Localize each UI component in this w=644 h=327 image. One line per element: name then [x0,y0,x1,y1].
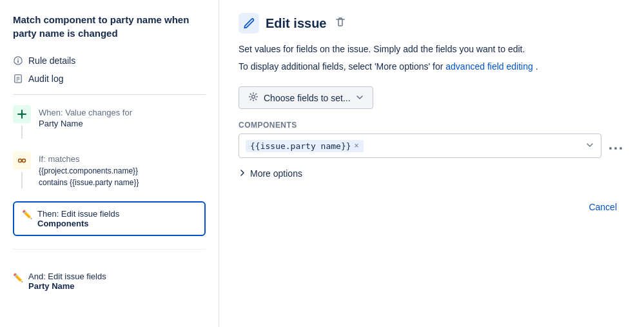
and-subtitle: Party Name [28,281,106,291]
and-content: And: Edit issue fields Party Name [28,272,106,291]
svg-point-9 [23,159,26,163]
nav-divider [13,94,206,95]
choose-fields-button[interactable]: Choose fields to set... [239,86,373,109]
svg-point-10 [252,95,255,99]
svg-rect-1 [17,60,19,63]
if-step-left [13,152,31,188]
cancel-button[interactable]: Cancel [581,198,625,216]
svg-point-7 [21,113,23,115]
if-label: If: matches [39,154,206,164]
dropdown-arrow-icon[interactable] [585,141,594,152]
if-value: {{project.components.name}}contains {{is… [39,165,206,188]
then-card-wrapper: ✏️ Then: Edit issue fields Components [13,201,206,236]
svg-rect-6 [16,81,18,81]
tag-close-button[interactable]: × [355,141,359,150]
svg-point-8 [19,159,22,163]
page-title: Edit issue [266,16,326,31]
svg-point-13 [620,147,622,150]
party-name-tag: {{issue.party name}} × [246,140,364,152]
svg-point-11 [609,147,612,150]
and-item: ✏️ And: Edit issue fields Party Name [13,265,206,291]
components-input[interactable]: {{issue.party name}} × [239,134,601,158]
when-label: When: Value changes for [39,108,206,117]
edit-header: Edit issue [239,13,625,34]
svg-rect-2 [17,59,19,60]
audit-log-icon [13,74,23,84]
svg-rect-5 [16,79,19,79]
when-step: When: Value changes for Party Name [13,105,206,139]
when-value: Party Name [39,119,206,128]
bottom-actions: Cancel [239,198,625,216]
advanced-field-editing-link[interactable]: advanced field editing [445,61,532,72]
info-icon [13,55,23,66]
trash-icon[interactable] [335,17,346,30]
nav-item-rule-details[interactable]: Rule details [13,52,206,70]
description-2-suffix: . [536,61,538,72]
when-step-left [13,105,31,139]
if-node [13,152,31,170]
tag-value: {{issue.party name}} [250,141,351,151]
edit-icon-circle [239,13,259,34]
and-title: And: Edit issue fields [28,272,106,281]
description-2: To display additional fields, select 'Mo… [239,60,625,74]
when-node [13,105,31,123]
tags-container: {{issue.party name}} × [246,140,364,152]
right-panel: Edit issue Set values for fields on the … [219,0,644,327]
svg-rect-4 [16,77,19,77]
and-item-wrapper: ✏️ And: Edit issue fields Party Name [13,249,206,291]
field-row: {{issue.party name}} × [239,134,625,158]
then-card-content: Then: Edit issue fields Components [37,209,119,228]
more-options-toggle[interactable]: More options [239,168,625,179]
then-card[interactable]: ✏️ Then: Edit issue fields Components [13,201,206,236]
if-line [21,172,23,188]
field-more-options-button[interactable] [607,137,625,155]
rule-details-label: Rule details [28,55,75,66]
and-pencil-icon: ✏️ [13,273,23,291]
if-content: If: matches {{project.components.name}}c… [39,152,206,188]
timeline: When: Value changes for Party Name If: m… [13,105,206,291]
choose-fields-label: Choose fields to set... [264,93,351,103]
gear-icon [248,92,259,104]
then-card-subtitle: Components [37,219,119,228]
when-line [21,126,23,139]
chevron-right-icon [239,169,246,179]
then-card-title: Then: Edit issue fields [37,209,119,219]
nav-item-audit-log[interactable]: Audit log [13,70,206,88]
nav-list: Rule details Audit log [13,52,206,88]
svg-point-12 [614,147,617,150]
if-step: If: matches {{project.components.name}}c… [13,152,206,188]
audit-log-label: Audit log [28,74,63,84]
description-2-prefix: To display additional fields, select 'Mo… [239,61,445,72]
description-1: Set values for fields on the issue. Simp… [239,43,625,56]
more-options-label: More options [250,168,302,179]
when-content: When: Value changes for Party Name [39,105,206,139]
components-field-label: Components [239,121,625,130]
rule-title: Match component to party name when party… [13,13,206,40]
components-field-section: Components {{issue.party name}} × [239,121,625,158]
pencil-icon: ✏️ [22,210,32,219]
chevron-down-icon [356,93,364,103]
left-panel: Match component to party name when party… [0,0,219,327]
